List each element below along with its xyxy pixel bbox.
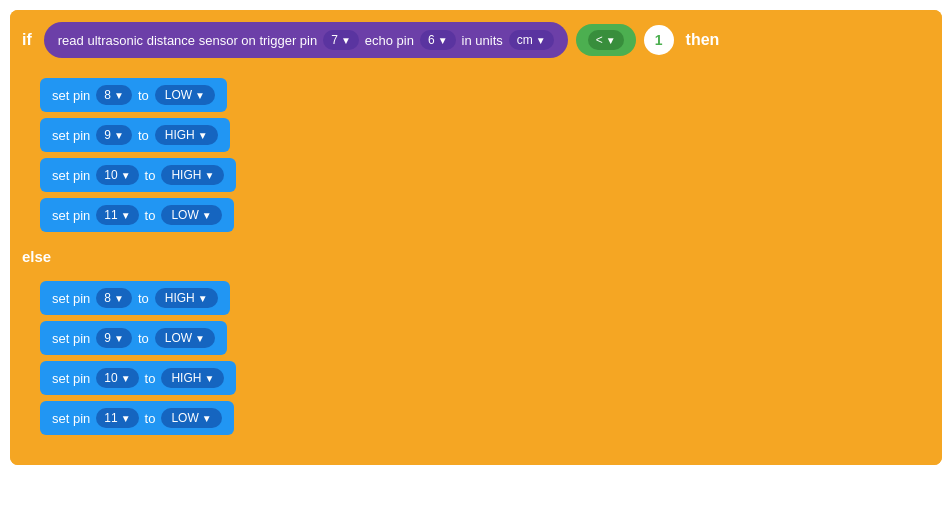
pin-state-dropdown[interactable]: HIGH ▼: [161, 165, 224, 185]
chevron-down-icon: ▼: [204, 373, 214, 384]
comparator-block: < ▼: [576, 24, 636, 56]
then-body: set pin 8 ▼ to LOW ▼ set pin 9 ▼ to: [10, 70, 942, 240]
set-pin-block: set pin 9 ▼ to HIGH ▼: [40, 118, 230, 152]
pin-number-dropdown[interactable]: 9 ▼: [96, 328, 132, 348]
chevron-down-icon: ▼: [195, 90, 205, 101]
chevron-down-icon: ▼: [114, 293, 124, 304]
chevron-down-icon: ▼: [114, 333, 124, 344]
units-label: in units: [462, 33, 503, 48]
chevron-down-icon: ▼: [121, 413, 131, 424]
chevron-down-icon: ▼: [195, 333, 205, 344]
set-pin-label: set pin: [52, 208, 90, 223]
to-label: to: [138, 291, 149, 306]
set-pin-block: set pin 10 ▼ to HIGH ▼: [40, 158, 236, 192]
pin-state-dropdown[interactable]: LOW ▼: [161, 205, 221, 225]
bottom-bar: [10, 447, 942, 465]
pin-state-dropdown[interactable]: LOW ▼: [161, 408, 221, 428]
to-label: to: [145, 411, 156, 426]
else-label: else: [22, 248, 51, 265]
units-dropdown[interactable]: cm ▼: [509, 30, 554, 50]
if-else-block: if read ultrasonic distance sensor on tr…: [10, 10, 942, 465]
to-label: to: [138, 88, 149, 103]
to-label: to: [138, 331, 149, 346]
pin-number-dropdown[interactable]: 8 ▼: [96, 288, 132, 308]
set-pin-block: set pin 8 ▼ to LOW ▼: [40, 78, 227, 112]
to-label: to: [145, 168, 156, 183]
pin-number-dropdown[interactable]: 8 ▼: [96, 85, 132, 105]
if-row: if read ultrasonic distance sensor on tr…: [10, 10, 942, 70]
to-label: to: [138, 128, 149, 143]
pin-state-dropdown[interactable]: HIGH ▼: [161, 368, 224, 388]
set-pin-label: set pin: [52, 411, 90, 426]
set-pin-label: set pin: [52, 331, 90, 346]
pin-state-dropdown[interactable]: HIGH ▼: [155, 125, 218, 145]
set-pin-label: set pin: [52, 128, 90, 143]
set-pin-block: set pin 10 ▼ to HIGH ▼: [40, 361, 236, 395]
chevron-down-icon: ▼: [536, 35, 546, 46]
to-label: to: [145, 371, 156, 386]
set-pin-label: set pin: [52, 88, 90, 103]
pin-number-dropdown[interactable]: 9 ▼: [96, 125, 132, 145]
set-pin-block: set pin 11 ▼ to LOW ▼: [40, 401, 234, 435]
chevron-down-icon: ▼: [438, 35, 448, 46]
chevron-down-icon: ▼: [341, 35, 351, 46]
chevron-down-icon: ▼: [198, 293, 208, 304]
echo-pin-dropdown[interactable]: 6 ▼: [420, 30, 456, 50]
pin-state-dropdown[interactable]: HIGH ▼: [155, 288, 218, 308]
pin-number-dropdown[interactable]: 11 ▼: [96, 408, 138, 428]
chevron-down-icon: ▼: [202, 413, 212, 424]
set-pin-block: set pin 9 ▼ to LOW ▼: [40, 321, 227, 355]
else-body: set pin 8 ▼ to HIGH ▼ set pin 9 ▼ to: [10, 273, 942, 447]
set-pin-label: set pin: [52, 371, 90, 386]
chevron-down-icon: ▼: [121, 170, 131, 181]
to-label: to: [145, 208, 156, 223]
then-label: then: [686, 31, 720, 49]
pin-state-dropdown[interactable]: LOW ▼: [155, 328, 215, 348]
chevron-down-icon: ▼: [114, 90, 124, 101]
echo-label: echo pin: [365, 33, 414, 48]
chevron-down-icon: ▼: [204, 170, 214, 181]
pin-state-dropdown[interactable]: LOW ▼: [155, 85, 215, 105]
sensor-block: read ultrasonic distance sensor on trigg…: [44, 22, 568, 58]
set-pin-label: set pin: [52, 168, 90, 183]
sensor-text: read ultrasonic distance sensor on trigg…: [58, 33, 317, 48]
pin-number-dropdown[interactable]: 10 ▼: [96, 165, 138, 185]
set-pin-label: set pin: [52, 291, 90, 306]
chevron-down-icon: ▼: [121, 373, 131, 384]
set-pin-block: set pin 8 ▼ to HIGH ▼: [40, 281, 230, 315]
pin-number-dropdown[interactable]: 11 ▼: [96, 205, 138, 225]
pin-number-dropdown[interactable]: 10 ▼: [96, 368, 138, 388]
else-row: else: [10, 240, 942, 273]
chevron-down-icon: ▼: [114, 130, 124, 141]
set-pin-block: set pin 11 ▼ to LOW ▼: [40, 198, 234, 232]
chevron-down-icon: ▼: [606, 35, 616, 46]
operator-dropdown[interactable]: < ▼: [588, 30, 624, 50]
chevron-down-icon: ▼: [198, 130, 208, 141]
value-circle[interactable]: 1: [644, 25, 674, 55]
chevron-down-icon: ▼: [202, 210, 212, 221]
if-label: if: [22, 31, 32, 49]
trigger-pin-dropdown[interactable]: 7 ▼: [323, 30, 359, 50]
chevron-down-icon: ▼: [121, 210, 131, 221]
